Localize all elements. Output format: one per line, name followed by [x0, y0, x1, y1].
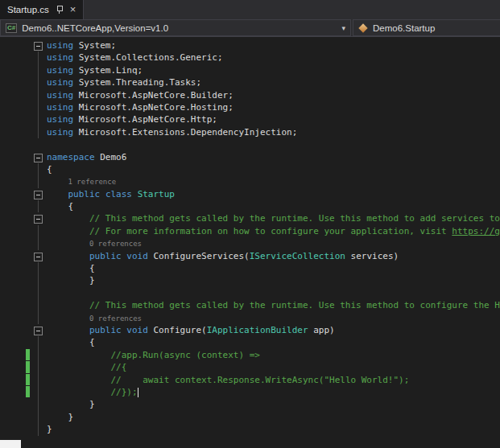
code-text[interactable]: //}); [47, 386, 500, 398]
code-area[interactable]: using System;using System.Collections.Ge… [0, 39, 500, 436]
breakpoint-margin[interactable] [0, 299, 24, 311]
fold-toggle-icon[interactable] [34, 154, 43, 162]
fold-toggle-icon[interactable] [34, 191, 43, 199]
breakpoint-margin[interactable] [0, 126, 24, 138]
code-line[interactable]: // await context.Response.WriteAsync("He… [0, 374, 500, 386]
code-line[interactable]: using System.Threading.Tasks; [0, 76, 500, 88]
breakpoint-margin[interactable] [0, 76, 24, 88]
breakpoint-margin[interactable] [0, 212, 24, 224]
breakpoint-margin[interactable] [0, 250, 24, 262]
code-text[interactable]: 1 reference [47, 175, 500, 187]
code-text[interactable]: using System.Collections.Generic; [47, 51, 500, 64]
close-icon[interactable]: × [70, 6, 76, 14]
code-line[interactable]: 0 references [0, 312, 500, 324]
code-text[interactable]: using System.Linq; [47, 64, 500, 76]
code-line[interactable]: using System.Collections.Generic; [0, 51, 500, 64]
breakpoint-margin[interactable] [0, 423, 24, 435]
breakpoint-margin[interactable] [0, 336, 24, 348]
breakpoint-margin[interactable] [0, 39, 24, 51]
codelens-references[interactable]: 1 reference [68, 178, 117, 186]
type-dropdown[interactable]: Demo6.Startup [353, 19, 500, 36]
code-text[interactable]: } [47, 423, 500, 435]
code-text[interactable]: using Microsoft.Extensions.DependencyInj… [47, 126, 500, 138]
comment-link[interactable]: https://go.microsoft.com/fwlink/?LinkID=… [452, 226, 500, 236]
code-line[interactable]: } [0, 398, 500, 410]
code-text[interactable]: namespace Demo6 [47, 151, 500, 163]
code-text[interactable]: { [47, 163, 500, 175]
breakpoint-margin[interactable] [0, 374, 24, 386]
code-text[interactable]: using Microsoft.AspNetCore.Hosting; [47, 101, 500, 113]
code-text[interactable]: } [47, 398, 500, 410]
code-line[interactable]: // This method gets called by the runtim… [0, 212, 500, 224]
fold-toggle-icon[interactable] [34, 253, 43, 261]
code-text[interactable] [47, 287, 500, 299]
code-text[interactable]: public void ConfigureServices(IServiceCo… [47, 250, 500, 262]
code-line[interactable]: public class Startup [0, 188, 500, 200]
code-line[interactable] [0, 138, 500, 150]
code-line[interactable]: } [0, 423, 500, 435]
breakpoint-margin[interactable] [0, 188, 24, 200]
code-line[interactable]: { [0, 262, 500, 274]
breakpoint-margin[interactable] [0, 64, 24, 76]
code-text[interactable]: { [47, 200, 500, 212]
breakpoint-margin[interactable] [0, 411, 24, 423]
code-editor[interactable]: using System;using System.Collections.Ge… [0, 37, 500, 448]
breakpoint-margin[interactable] [0, 200, 24, 212]
code-text[interactable]: //app.Run(async (context) => [47, 349, 500, 361]
chevron-down-icon[interactable]: ▾ [341, 24, 345, 32]
code-line[interactable] [0, 287, 500, 299]
code-line[interactable]: namespace Demo6 [0, 151, 500, 163]
code-text[interactable]: } [47, 411, 500, 423]
code-line[interactable]: using System.Linq; [0, 64, 500, 76]
code-text[interactable]: using Microsoft.AspNetCore.Http; [47, 113, 500, 125]
code-text[interactable]: using System; [47, 39, 500, 51]
code-line[interactable]: { [0, 163, 500, 175]
breakpoint-margin[interactable] [0, 101, 24, 113]
breakpoint-margin[interactable] [0, 274, 24, 286]
code-text[interactable] [47, 138, 500, 150]
code-text[interactable]: public class Startup [47, 188, 500, 200]
code-line[interactable]: 1 reference [0, 175, 500, 187]
code-line[interactable]: using Microsoft.Extensions.DependencyInj… [0, 126, 500, 138]
breakpoint-margin[interactable] [0, 262, 24, 274]
code-line[interactable]: //}); [0, 386, 500, 398]
breakpoint-margin[interactable] [0, 51, 24, 64]
code-line[interactable]: // This method gets called by the runtim… [0, 299, 500, 311]
breakpoint-margin[interactable] [0, 361, 24, 373]
tab-startup-cs[interactable]: Startup.cs × [0, 0, 84, 19]
breakpoint-margin[interactable] [0, 225, 24, 237]
breakpoint-margin[interactable] [0, 398, 24, 410]
fold-toggle-icon[interactable] [34, 215, 43, 224]
code-text[interactable]: // await context.Response.WriteAsync("He… [47, 374, 500, 386]
code-line[interactable]: using Microsoft.AspNetCore.Hosting; [0, 101, 500, 113]
breakpoint-margin[interactable] [0, 89, 24, 101]
code-text[interactable]: using System.Threading.Tasks; [47, 76, 500, 88]
code-line[interactable]: //app.Run(async (context) => [0, 349, 500, 361]
code-line[interactable]: { [0, 200, 500, 212]
code-line[interactable]: public void ConfigureServices(IServiceCo… [0, 250, 500, 262]
code-text[interactable]: // This method gets called by the runtim… [47, 212, 500, 224]
code-text[interactable]: { [47, 262, 500, 274]
breakpoint-margin[interactable] [0, 151, 24, 163]
code-line[interactable]: using System; [0, 39, 500, 51]
code-line[interactable]: { [0, 336, 500, 348]
code-line[interactable]: using Microsoft.AspNetCore.Http; [0, 113, 500, 125]
code-text[interactable]: // For more information on how to config… [47, 225, 500, 237]
breakpoint-margin[interactable] [0, 163, 24, 175]
breakpoint-margin[interactable] [0, 349, 24, 361]
fold-toggle-icon[interactable] [34, 327, 43, 335]
code-line[interactable]: public void Configure(IApplicationBuilde… [0, 324, 500, 336]
code-text[interactable]: 0 references [47, 312, 500, 324]
code-text[interactable]: 0 references [47, 237, 500, 249]
code-line[interactable]: // For more information on how to config… [0, 225, 500, 237]
breakpoint-margin[interactable] [0, 386, 24, 398]
codelens-references[interactable]: 0 references [89, 240, 142, 248]
code-line[interactable]: 0 references [0, 237, 500, 249]
breakpoint-margin[interactable] [0, 113, 24, 125]
code-text[interactable]: // This method gets called by the runtim… [47, 299, 500, 311]
project-dropdown[interactable]: C# Demo6..NETCoreApp,Version=v1.0 ▾ [0, 19, 351, 36]
breakpoint-margin[interactable] [0, 237, 24, 249]
breakpoint-margin[interactable] [0, 287, 24, 299]
code-text[interactable]: //{ [47, 361, 500, 373]
breakpoint-margin[interactable] [0, 175, 24, 187]
